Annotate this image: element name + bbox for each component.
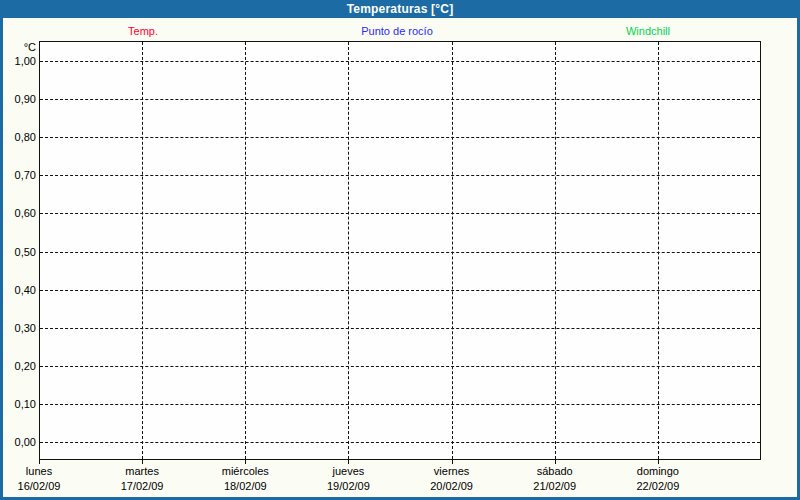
x-gridline bbox=[658, 42, 659, 459]
y-tick-label: 0,90 bbox=[3, 92, 36, 106]
y-gridline bbox=[40, 252, 760, 253]
x-label-day: martes bbox=[90, 464, 194, 478]
x-label-date: 21/02/09 bbox=[503, 479, 607, 493]
x-label-day: domingo bbox=[606, 464, 710, 478]
x-label-day: miércoles bbox=[193, 464, 297, 478]
x-gridline bbox=[348, 42, 349, 459]
y-gridline bbox=[40, 213, 760, 214]
x-label-day: jueves bbox=[296, 464, 400, 478]
legend-item-windchill: Windchill bbox=[626, 24, 670, 38]
x-gridline bbox=[555, 42, 556, 459]
y-gridline bbox=[40, 61, 760, 62]
x-label-day: sábado bbox=[503, 464, 607, 478]
y-gridline bbox=[40, 175, 760, 176]
y-tick-label: 0,40 bbox=[3, 283, 36, 297]
chart-title-bar: Temperaturas [°C] bbox=[3, 0, 797, 18]
y-tick-label: 0,00 bbox=[3, 435, 36, 449]
x-label-date: 20/02/09 bbox=[400, 479, 504, 493]
x-gridline bbox=[142, 42, 143, 459]
y-tick-label: 0,30 bbox=[3, 321, 36, 335]
x-label-day: viernes bbox=[400, 464, 504, 478]
y-gridline bbox=[40, 99, 760, 100]
y-gridline bbox=[40, 328, 760, 329]
y-gridline bbox=[40, 290, 760, 291]
y-tick-label: 0,60 bbox=[3, 206, 36, 220]
x-label-day: lunes bbox=[0, 464, 91, 478]
x-label-date: 17/02/09 bbox=[90, 479, 194, 493]
y-gridline bbox=[40, 137, 760, 138]
y-tick-label: 0,20 bbox=[3, 359, 36, 373]
x-gridline bbox=[452, 42, 453, 459]
x-label-date: 18/02/09 bbox=[193, 479, 297, 493]
y-tick-label: 0,80 bbox=[3, 130, 36, 144]
y-gridline bbox=[40, 442, 760, 443]
y-tick-label: 1,00 bbox=[3, 54, 36, 68]
x-label-date: 16/02/09 bbox=[0, 479, 91, 493]
y-gridline bbox=[40, 366, 760, 367]
chart-window: Temperaturas [°C] Temp. Punto de rocío W… bbox=[0, 0, 800, 500]
x-gridline bbox=[245, 42, 246, 459]
chart-title: Temperaturas [°C] bbox=[347, 2, 454, 16]
y-gridline bbox=[40, 404, 760, 405]
plot-area bbox=[39, 41, 761, 460]
y-tick-label: 0,10 bbox=[3, 397, 36, 411]
y-tick-label: 0,50 bbox=[3, 245, 36, 259]
y-axis-unit-label: °C bbox=[3, 40, 36, 54]
x-label-date: 19/02/09 bbox=[296, 479, 400, 493]
legend-item-temp: Temp. bbox=[128, 24, 158, 38]
x-label-date: 22/02/09 bbox=[606, 479, 710, 493]
y-tick-label: 0,70 bbox=[3, 168, 36, 182]
legend-item-dew-point: Punto de rocío bbox=[361, 24, 433, 38]
